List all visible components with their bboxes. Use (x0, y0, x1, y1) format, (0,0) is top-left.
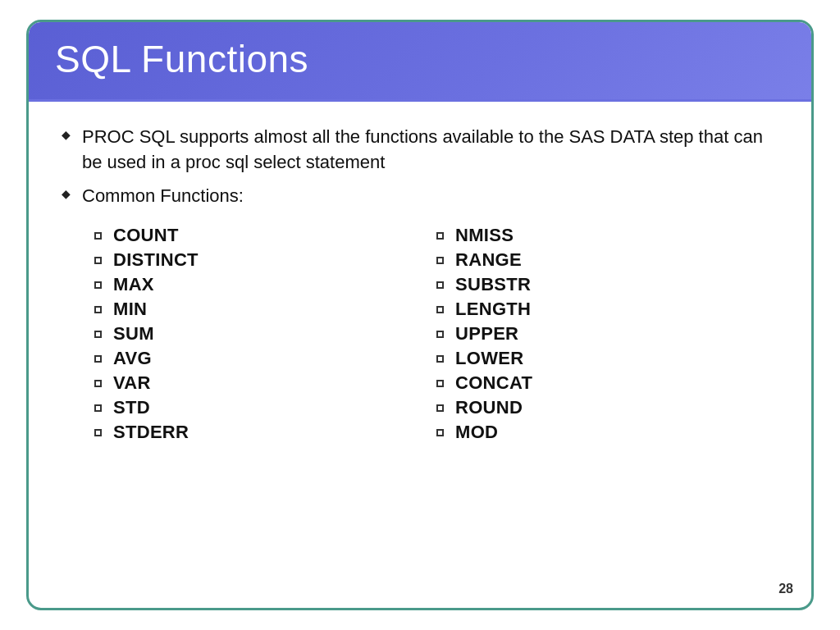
func-bullet-left-8 (94, 429, 102, 436)
func-item-left-0: COUNT (94, 225, 436, 246)
slide: SQL Functions ◆ PROC SQL supports almost… (26, 20, 814, 610)
func-item-right-1: RANGE (436, 249, 778, 271)
bullet-text-1: PROC SQL supports almost all the functio… (82, 125, 778, 176)
func-bullet-right-0 (436, 232, 444, 240)
functions-col-right: NMISSRANGESUBSTRLENGTHUPPERLOWERCONCATRO… (436, 225, 778, 591)
func-item-left-2: MAX (94, 274, 436, 295)
func-bullet-left-5 (94, 355, 102, 363)
func-bullet-right-6 (436, 380, 444, 387)
func-name-right-6: CONCAT (455, 372, 532, 394)
func-item-left-1: DISTINCT (94, 249, 436, 271)
func-item-left-3: MIN (94, 299, 436, 320)
func-name-left-2: MAX (113, 274, 154, 295)
func-name-left-8: STDERR (113, 422, 189, 443)
func-bullet-left-3 (94, 306, 102, 313)
common-functions-label: Common Functions: (82, 184, 244, 209)
func-name-right-3: LENGTH (455, 299, 531, 320)
func-name-left-7: STD (113, 397, 150, 418)
func-name-right-7: ROUND (455, 397, 523, 418)
bullet-diamond-2: ◆ (62, 187, 71, 200)
slide-title: SQL Functions (55, 37, 785, 81)
page-number: 28 (778, 582, 793, 596)
func-item-right-2: SUBSTR (436, 274, 778, 295)
func-name-left-1: DISTINCT (113, 249, 199, 271)
func-bullet-left-0 (94, 232, 102, 240)
func-item-left-6: VAR (94, 372, 436, 394)
func-bullet-right-8 (436, 429, 444, 436)
func-item-right-6: CONCAT (436, 372, 778, 394)
func-item-left-8: STDERR (94, 422, 436, 443)
func-name-left-3: MIN (113, 299, 147, 320)
func-name-left-5: AVG (113, 348, 152, 369)
func-name-right-5: LOWER (455, 348, 523, 369)
func-item-right-0: NMISS (436, 225, 778, 246)
slide-header: SQL Functions (29, 22, 811, 99)
func-name-right-1: RANGE (455, 249, 522, 271)
func-item-right-3: LENGTH (436, 299, 778, 320)
functions-grid: COUNTDISTINCTMAXMINSUMAVGVARSTDSTDERR NM… (94, 225, 778, 591)
func-item-right-4: UPPER (436, 323, 778, 345)
func-name-left-4: SUM (113, 323, 154, 345)
func-item-right-5: LOWER (436, 348, 778, 369)
func-name-right-8: MOD (455, 422, 498, 443)
func-bullet-right-3 (436, 306, 444, 313)
func-bullet-right-2 (436, 281, 444, 289)
bullet-diamond-1: ◆ (62, 128, 71, 141)
func-bullet-right-4 (436, 331, 444, 338)
func-item-right-7: ROUND (436, 397, 778, 418)
func-item-left-5: AVG (94, 348, 436, 369)
func-bullet-right-1 (436, 257, 444, 264)
func-bullet-right-7 (436, 404, 444, 412)
func-item-right-8: MOD (436, 422, 778, 443)
func-bullet-right-5 (436, 355, 444, 363)
func-item-left-4: SUM (94, 323, 436, 345)
func-name-right-0: NMISS (455, 225, 514, 246)
func-bullet-left-4 (94, 331, 102, 338)
func-name-left-6: VAR (113, 372, 151, 394)
func-bullet-left-7 (94, 404, 102, 412)
bullet-item-1: ◆ PROC SQL supports almost all the funct… (62, 125, 778, 176)
func-bullet-left-1 (94, 257, 102, 264)
func-name-right-2: SUBSTR (455, 274, 531, 295)
func-name-left-0: COUNT (113, 225, 179, 246)
func-bullet-left-2 (94, 281, 102, 289)
func-name-right-4: UPPER (455, 323, 518, 345)
functions-col-left: COUNTDISTINCTMAXMINSUMAVGVARSTDSTDERR (94, 225, 436, 591)
func-item-left-7: STD (94, 397, 436, 418)
bullet-item-2: ◆ Common Functions: (62, 184, 778, 209)
func-bullet-left-6 (94, 380, 102, 387)
slide-body: ◆ PROC SQL supports almost all the funct… (29, 102, 811, 608)
